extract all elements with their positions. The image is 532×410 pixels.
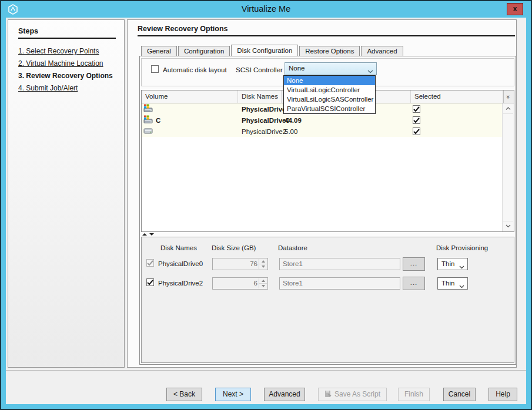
disk-size-cell: 44.09	[282, 117, 411, 124]
arrow-up-icon	[262, 280, 265, 282]
title-bar: Virtualize Me x	[1, 1, 531, 18]
save-as-script-button: Save As Script	[318, 388, 387, 401]
browse-datastore-button[interactable]: ...	[403, 277, 425, 290]
datastore-field[interactable]: Store1	[279, 277, 400, 290]
page-title: Review Recovery Options	[138, 25, 228, 33]
save-as-script-label: Save As Script	[334, 390, 380, 398]
chevron-down-icon	[367, 68, 373, 75]
table-row[interactable]: C PhysicalDrive0 44.09	[142, 115, 503, 126]
scroll-down-button[interactable]	[503, 221, 513, 231]
help-button[interactable]: Help	[488, 388, 517, 401]
steps-heading: Steps	[18, 27, 38, 35]
spinner-buttons	[259, 278, 267, 288]
vertical-scrollbar[interactable]	[502, 103, 514, 231]
dialog-body: Steps 1. Select Recovery Points 2. Virtu…	[6, 18, 526, 404]
detail-disk-name: PhysicalDrive0	[158, 260, 203, 267]
cancel-button[interactable]: Cancel	[443, 388, 476, 401]
tab-disk-configuration[interactable]: Disk Configuration	[231, 45, 298, 56]
dropdown-option-virtuallsilogiccontroller[interactable]: VirtualLsiLogicController	[284, 85, 375, 95]
row-selected-checkbox[interactable]	[413, 116, 420, 124]
arrow-down-icon	[262, 285, 265, 287]
column-header-disk-names[interactable]: Disk Names	[238, 90, 282, 103]
disk-icon	[143, 126, 153, 136]
column-header-selected[interactable]: Selected	[411, 90, 503, 103]
pane-splitter-handle[interactable]	[142, 233, 154, 236]
column-chooser-button[interactable]: »	[503, 90, 514, 103]
disk-details-pane: Disk Names Disk Size (GB) Datastore Disk…	[141, 237, 514, 363]
arrow-up-icon	[262, 260, 265, 263]
tab-advanced[interactable]: Advanced	[361, 46, 403, 56]
row-selected-checkbox[interactable]	[413, 127, 420, 135]
spinner-buttons	[259, 259, 267, 269]
datastore-field[interactable]: Store1	[279, 258, 400, 270]
close-button[interactable]: x	[507, 3, 523, 15]
windows-disk-icon	[143, 115, 153, 125]
scsi-controller-dropdown-list: None VirtualLsiLogicController VirtualLs…	[283, 75, 376, 114]
next-button[interactable]: Next >	[215, 388, 251, 401]
automatic-disk-layout-label: Automatic disk layout	[163, 66, 227, 73]
scsi-controller-label: SCSI Controller	[236, 66, 283, 73]
disk-size-spinner[interactable]: 6	[212, 277, 268, 290]
disk-include-checkbox	[146, 259, 154, 267]
collapse-down-icon	[149, 233, 154, 236]
row-selected-checkbox[interactable]	[413, 105, 420, 113]
disk-size-value: 76	[250, 260, 257, 267]
steps-sidebar: Steps 1. Select Recovery Points 2. Virtu…	[8, 19, 125, 368]
volume-label: C	[156, 117, 160, 124]
spinner-down-button[interactable]	[259, 264, 267, 270]
disk-provisioning-value: Thin	[441, 280, 454, 287]
disk-include-checkbox[interactable]	[146, 278, 154, 286]
disk-provisioning-select[interactable]: Thin	[437, 277, 468, 290]
collapse-up-icon	[142, 233, 147, 236]
disk-provisioning-select[interactable]: Thin	[437, 258, 468, 270]
back-button[interactable]: < Back	[166, 388, 202, 401]
step-link-virtual-machine-location[interactable]: 2. Virtual Machine Location	[18, 59, 113, 68]
disk-name-cell: PhysicalDrive2	[238, 128, 282, 135]
dropdown-option-paravirtualscsicontroller[interactable]: ParaVirtualSCSIController	[284, 104, 375, 113]
page-title-rule	[138, 35, 515, 36]
chevron-down-icon	[459, 283, 464, 290]
arrow-down-icon	[262, 266, 265, 268]
disk-name-cell: PhysicalDrive	[238, 106, 282, 113]
steps-list: 1. Select Recovery Points 2. Virtual Mac…	[18, 47, 113, 96]
scsi-controller-combobox[interactable]: None	[285, 62, 377, 75]
main-panel: Review Recovery Options General Configur…	[127, 19, 517, 368]
table-row[interactable]: PhysicalDrive2 5.00	[142, 126, 503, 137]
steps-heading-rule	[18, 38, 116, 39]
step-link-submit-job-alert[interactable]: 4. Submit Job/Alert	[18, 84, 113, 92]
step-link-select-recovery-points[interactable]: 1. Select Recovery Points	[18, 47, 113, 55]
tab-restore-options[interactable]: Restore Options	[299, 46, 360, 56]
dropdown-option-virtuallsilogicsascontroller[interactable]: VirtualLsiLogicSASController	[284, 95, 375, 104]
details-header-disk-size: Disk Size (GB)	[212, 244, 256, 251]
advanced-button[interactable]: Advanced	[264, 388, 305, 401]
spinner-down-button[interactable]	[259, 283, 267, 289]
scroll-up-button[interactable]	[503, 104, 513, 114]
virtualize-me-dialog: Virtualize Me x Steps 1. Select Recovery…	[0, 0, 532, 410]
dropdown-option-none[interactable]: None	[284, 76, 375, 85]
script-icon	[324, 390, 332, 398]
chevron-down-icon	[459, 263, 464, 270]
tab-strip: General Configuration Disk Configuration…	[141, 45, 404, 56]
column-header-volume[interactable]: Volume	[142, 90, 238, 103]
tab-general[interactable]: General	[141, 46, 177, 56]
disk-size-cell: 5.00	[282, 128, 411, 135]
browse-datastore-button[interactable]: ...	[403, 257, 425, 271]
finish-button: Finish	[398, 388, 430, 401]
window-title: Virtualize Me	[1, 4, 531, 14]
detail-row: PhysicalDrive2 6 Store1 ... Thin	[142, 276, 514, 291]
detail-row: PhysicalDrive0 76 Store1 ... Thin	[142, 257, 514, 272]
windows-disk-icon	[143, 104, 153, 114]
details-header-disk-provisioning: Disk Provisioning	[436, 244, 488, 251]
disk-size-value: 6	[254, 280, 257, 287]
automatic-disk-layout-checkbox[interactable]	[151, 65, 159, 73]
details-header-datastore: Datastore	[278, 244, 307, 251]
step-current-review-recovery-options: 3. Review Recovery Options	[18, 72, 113, 80]
double-chevron-down-icon: »	[506, 95, 512, 98]
disk-provisioning-value: Thin	[441, 260, 454, 267]
details-header-disk-names: Disk Names	[160, 244, 197, 251]
tab-configuration[interactable]: Configuration	[178, 46, 230, 56]
disk-size-spinner[interactable]: 76	[212, 258, 268, 270]
dialog-button-bar: < Back Next > Advanced Save As Script Fi…	[6, 370, 526, 404]
scsi-controller-value: None	[289, 65, 305, 72]
disk-name-cell: PhysicalDrive0	[238, 117, 282, 124]
